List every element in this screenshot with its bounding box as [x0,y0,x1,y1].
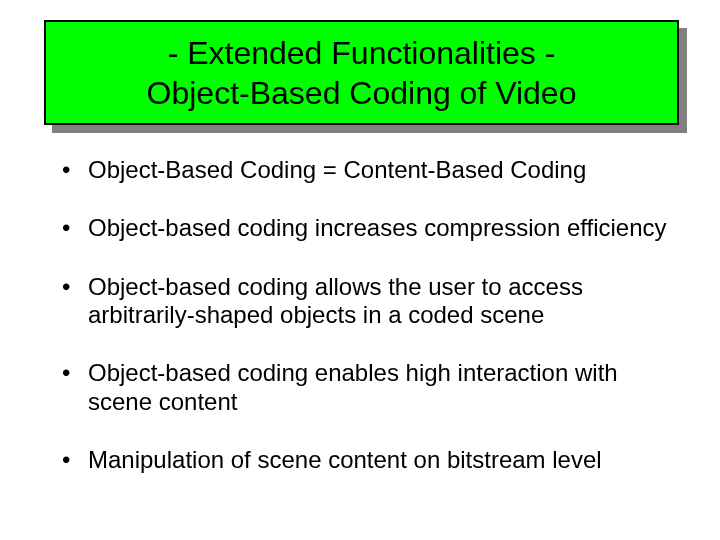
list-item: Object-Based Coding = Content-Based Codi… [62,156,672,184]
title-container: - Extended Functionalities - Object-Base… [44,20,679,125]
bullet-list: Object-Based Coding = Content-Based Codi… [62,156,672,504]
slide-title: - Extended Functionalities - Object-Base… [137,29,587,117]
title-line-1: - Extended Functionalities - [168,35,556,71]
list-item: Object-based coding increases compressio… [62,214,672,242]
list-item: Manipulation of scene content on bitstre… [62,446,672,474]
title-box: - Extended Functionalities - Object-Base… [44,20,679,125]
list-item: Object-based coding allows the user to a… [62,273,672,330]
slide: - Extended Functionalities - Object-Base… [0,0,720,540]
list-item: Object-based coding enables high interac… [62,359,672,416]
title-line-2: Object-Based Coding of Video [147,75,577,111]
